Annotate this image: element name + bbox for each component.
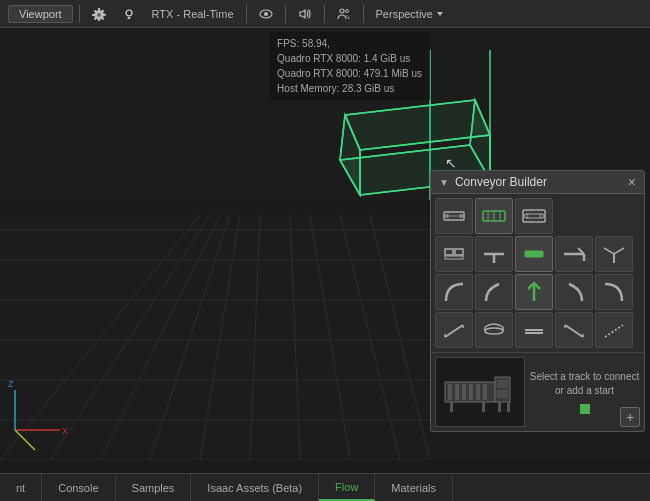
- gpu-stat-2: Quadro RTX 8000: 479.1 MiB us: [277, 66, 422, 81]
- cb-cell-roller-conveyor[interactable]: [475, 198, 513, 234]
- eye-button[interactable]: [253, 5, 279, 23]
- viewport-tab[interactable]: Viewport: [8, 5, 73, 23]
- separator-4: [324, 5, 325, 23]
- svg-text:X: X: [62, 426, 68, 436]
- svg-point-43: [345, 9, 348, 12]
- cb-row-2: [435, 236, 640, 272]
- tab-samples[interactable]: Samples: [116, 474, 192, 501]
- rtx-light-button[interactable]: [116, 5, 142, 23]
- svg-rect-75: [483, 384, 487, 400]
- svg-rect-73: [469, 384, 473, 400]
- cb-cell-ramp-1[interactable]: [435, 312, 473, 348]
- svg-rect-59: [445, 256, 463, 259]
- svg-rect-78: [497, 390, 508, 398]
- cb-cell-flat[interactable]: [515, 312, 553, 348]
- cb-row-4: [435, 312, 640, 348]
- cb-cell-merge[interactable]: [595, 236, 633, 272]
- svg-rect-80: [482, 402, 485, 412]
- cb-expand-arrow[interactable]: ▼: [439, 177, 449, 188]
- separator-1: [79, 5, 80, 23]
- cb-row-3: [435, 274, 640, 310]
- separator-5: [363, 5, 364, 23]
- perspective-button[interactable]: Perspective: [370, 6, 450, 22]
- cb-cell-ramp-2[interactable]: [475, 312, 513, 348]
- tab-flow[interactable]: Flow: [319, 474, 375, 501]
- cb-add-button[interactable]: +: [620, 407, 640, 427]
- svg-point-53: [524, 214, 528, 218]
- svg-point-36: [97, 13, 101, 17]
- svg-point-47: [459, 214, 463, 218]
- svg-point-37: [126, 10, 132, 16]
- svg-point-54: [540, 214, 544, 218]
- svg-rect-58: [455, 249, 463, 255]
- svg-point-46: [445, 214, 449, 218]
- viewport: Z X ↖ Viewport: [0, 0, 650, 460]
- cb-cell-straight-conveyor[interactable]: [435, 198, 473, 234]
- svg-point-42: [340, 9, 344, 13]
- svg-rect-81: [498, 402, 501, 412]
- tab-console[interactable]: Console: [42, 474, 115, 501]
- viewport-header: Viewport RTX - Real-Time: [0, 0, 650, 28]
- rtx-label: RTX - Real-Time: [146, 6, 240, 22]
- svg-rect-74: [476, 384, 480, 400]
- stats-overlay: FPS: 58.94, Quadro RTX 8000: 1.4 GiB us …: [269, 32, 430, 100]
- cb-cell-ramp-3[interactable]: [555, 312, 593, 348]
- tab-nt[interactable]: nt: [0, 474, 42, 501]
- cb-green-indicator: [580, 404, 590, 414]
- cb-status-text: Select a track to connect or add a start: [529, 370, 640, 398]
- svg-text:Z: Z: [8, 379, 14, 389]
- people-button[interactable]: [331, 5, 357, 23]
- cb-cell-diverter[interactable]: [555, 236, 593, 272]
- svg-point-41: [264, 12, 268, 16]
- host-stat: Host Memory: 28.3 GiB us: [277, 81, 422, 96]
- separator-3: [285, 5, 286, 23]
- cb-close-button[interactable]: ×: [628, 175, 636, 189]
- cb-cell-belt-conveyor[interactable]: [515, 198, 553, 234]
- svg-rect-82: [507, 402, 510, 412]
- cb-cell-ramp-4[interactable]: [595, 312, 633, 348]
- gpu-stat-1: Quadro RTX 8000: 1.4 GiB us: [277, 51, 422, 66]
- settings-button[interactable]: [86, 5, 112, 23]
- svg-text:↖: ↖: [445, 155, 457, 171]
- speaker-button[interactable]: [292, 5, 318, 23]
- cb-cell-block[interactable]: [435, 236, 473, 272]
- svg-rect-79: [450, 402, 453, 412]
- cb-cell-curve-left-90[interactable]: [435, 274, 473, 310]
- separator-2: [246, 5, 247, 23]
- cb-bottom-section: Select a track to connect or add a start: [431, 352, 644, 431]
- cb-cell-curve-right-45[interactable]: [555, 274, 593, 310]
- cb-title: Conveyor Builder: [455, 175, 547, 189]
- cb-cell-up-arrow[interactable]: [515, 274, 553, 310]
- tab-isaac-assets[interactable]: Isaac Assets (Beta): [191, 474, 319, 501]
- cb-cell-curve-right-90[interactable]: [595, 274, 633, 310]
- svg-rect-52: [523, 210, 545, 222]
- bottom-tab-bar: nt Console Samples Isaac Assets (Beta) F…: [0, 473, 650, 501]
- conveyor-builder-panel: ▼ Conveyor Builder ×: [430, 170, 645, 432]
- cb-row-1: [435, 198, 640, 234]
- cb-cell-curve-left-45[interactable]: [475, 274, 513, 310]
- svg-rect-72: [462, 384, 466, 400]
- svg-rect-70: [448, 384, 452, 400]
- svg-point-64: [485, 328, 503, 334]
- cb-icon-grid: [431, 194, 644, 352]
- svg-rect-62: [525, 251, 543, 257]
- cb-cell-t-junction[interactable]: [475, 236, 513, 272]
- cb-cell-straight-active[interactable]: [515, 236, 553, 272]
- svg-rect-77: [497, 380, 508, 388]
- svg-rect-71: [455, 384, 459, 400]
- fps-stat: FPS: 58.94,: [277, 36, 422, 51]
- cb-preview-area: [435, 357, 525, 427]
- conveyor-builder-header: ▼ Conveyor Builder ×: [431, 171, 644, 194]
- svg-rect-57: [445, 249, 453, 255]
- tab-materials[interactable]: Materials: [375, 474, 453, 501]
- cb-header-left: ▼ Conveyor Builder: [439, 175, 547, 189]
